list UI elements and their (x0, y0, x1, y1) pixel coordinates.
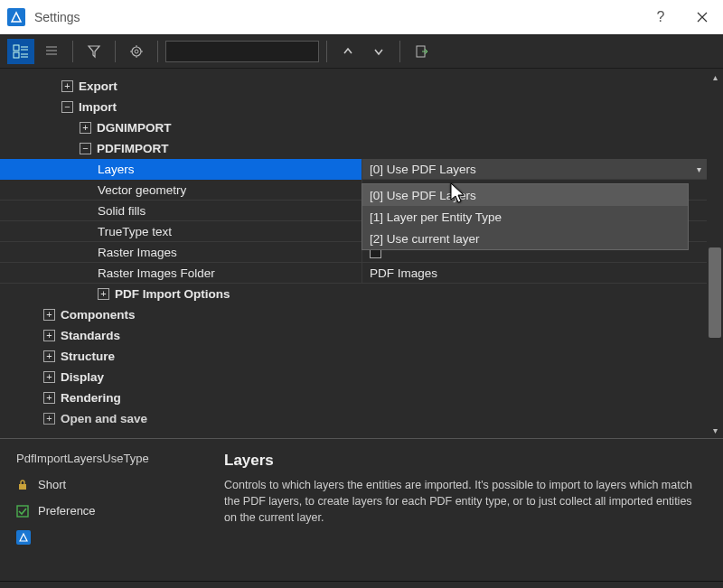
info-description: Controls to which layers the entities ar… (224, 477, 707, 526)
settings-window: Settings ? (0, 0, 723, 588)
svg-rect-16 (19, 484, 26, 490)
property-label: TrueType text (98, 225, 172, 238)
preference-tag: Preference (16, 504, 197, 518)
property-value[interactable]: PDF Images (362, 263, 707, 284)
tree-node-standards[interactable]: + Standards (0, 325, 707, 346)
dropdown-option-0[interactable]: [0] Use PDF Layers (362, 184, 688, 206)
tree-node-components[interactable]: + Components (0, 304, 707, 325)
close-button[interactable] (681, 0, 723, 34)
property-value-dropdown[interactable]: [0] Use PDF Layers ▾ (362, 159, 707, 180)
property-label: Vector geometry (98, 183, 186, 197)
svg-rect-17 (17, 506, 28, 517)
alphabetical-view-button[interactable] (38, 39, 65, 64)
svg-point-9 (132, 47, 141, 56)
scrollbar-thumb[interactable] (709, 247, 721, 338)
lock-icon (16, 479, 29, 491)
property-row-raster-images-folder[interactable]: Raster Images Folder PDF Images (0, 263, 707, 284)
tree-node-pdfimport[interactable]: − PDFIMPORT (0, 138, 707, 159)
svg-rect-1 (14, 52, 19, 58)
tree-node-rendering[interactable]: + Rendering (0, 387, 707, 408)
tree-node-pdf-import-options[interactable]: + PDF Import Options (0, 284, 707, 304)
checkbox-checked-icon (16, 505, 29, 518)
expand-icon[interactable]: + (43, 371, 55, 383)
tree-node-export[interactable]: + Export (0, 76, 707, 97)
info-title: Layers (224, 452, 707, 470)
info-panel: PdfImportLayersUseType Short Preference (0, 438, 723, 581)
titlebar: Settings ? (0, 0, 723, 34)
vertical-scrollbar[interactable]: ▴ ▾ (707, 69, 723, 438)
expand-icon[interactable]: + (98, 288, 109, 300)
settings-tree-area: + Export − Import + DGNIMPORT − PDFIMPOR… (0, 69, 723, 438)
expand-icon[interactable]: + (43, 330, 55, 341)
layers-dropdown-list[interactable]: [0] Use PDF Layers [1] Layer per Entity … (362, 183, 689, 250)
expand-icon[interactable]: + (43, 350, 55, 362)
settings-tree[interactable]: + Export − Import + DGNIMPORT − PDFIMPOR… (0, 69, 707, 438)
dropdown-option-2[interactable]: [2] Use current layer (362, 228, 688, 249)
tree-node-dgnimport[interactable]: + DGNIMPORT (0, 117, 707, 138)
svg-rect-0 (14, 45, 19, 51)
expand-icon[interactable]: + (43, 413, 55, 425)
chevron-down-icon: ▾ (697, 164, 701, 174)
svg-point-10 (135, 50, 138, 53)
search-prev-button[interactable] (334, 39, 362, 64)
app-icon (7, 8, 25, 26)
tree-node-import[interactable]: − Import (0, 97, 707, 117)
tree-node-open-and-save[interactable]: + Open and save (0, 408, 707, 429)
expand-icon[interactable]: + (43, 309, 55, 321)
collapse-icon[interactable]: − (61, 101, 73, 113)
property-label: Raster Images Folder (98, 266, 215, 280)
window-title: Settings (34, 10, 80, 24)
collapse-icon[interactable]: − (80, 143, 91, 154)
expand-icon[interactable]: + (80, 122, 91, 134)
scrollbar-track[interactable] (707, 85, 723, 422)
search-input[interactable] (165, 41, 319, 62)
app-icon (16, 530, 31, 545)
expand-icon[interactable]: + (43, 392, 55, 404)
toolbar (0, 34, 723, 69)
settings-gear-button[interactable] (123, 39, 150, 64)
expand-icon[interactable]: + (61, 80, 73, 92)
categorized-view-button[interactable] (7, 39, 34, 64)
help-button[interactable]: ? (640, 0, 681, 34)
property-row-layers[interactable]: Layers [0] Use PDF Layers ▾ (0, 159, 707, 180)
tree-node-display[interactable]: + Display (0, 367, 707, 387)
property-label: Layers (98, 163, 135, 176)
variable-name: PdfImportLayersUseType (16, 452, 197, 465)
app-tag (16, 530, 197, 545)
scroll-down-button[interactable]: ▾ (707, 422, 723, 438)
property-label: Solid fills (98, 204, 146, 218)
dropdown-option-1[interactable]: [1] Layer per Entity Type (362, 206, 688, 228)
storage-short-tag: Short (16, 478, 197, 491)
filter-button[interactable] (80, 39, 108, 64)
property-label: Raster Images (98, 246, 177, 259)
status-bar (0, 581, 723, 588)
search-next-button[interactable] (365, 39, 392, 64)
tree-node-structure[interactable]: + Structure (0, 346, 707, 367)
export-settings-button[interactable] (408, 39, 435, 64)
scroll-up-button[interactable]: ▴ (707, 69, 723, 85)
